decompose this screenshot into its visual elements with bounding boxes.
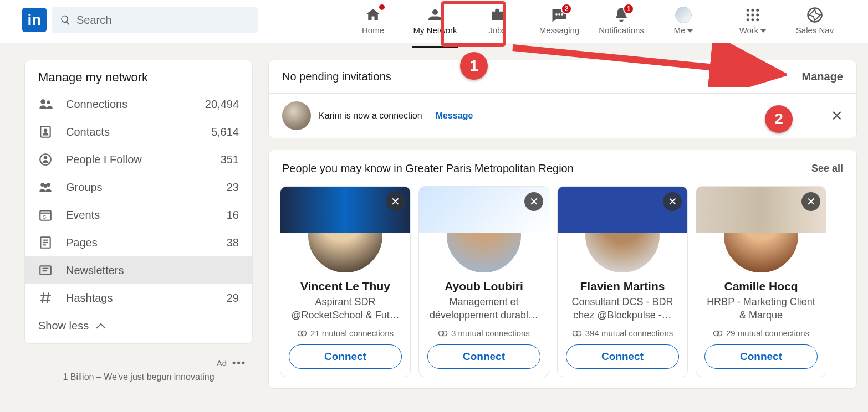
jobs-icon [489,7,506,23]
dismiss-button[interactable]: ✕ [663,192,682,211]
person-card: ✕ Ayoub Loubiri Management et développem… [418,186,549,377]
connect-button[interactable]: Connect [289,344,402,369]
pymk-card: People you may know in Greater Paris Met… [268,150,857,389]
person-card: ✕ Vincent Le Thuy Aspirant SDR @RocketSc… [280,186,411,377]
nav-work[interactable]: Work [722,4,784,44]
nav-messaging[interactable]: 2 Messaging [528,4,590,44]
messaging-badge: 2 [561,3,572,14]
mutual-icon [297,330,307,337]
nav-me[interactable]: Me [652,4,714,44]
search-placeholder: Search [76,14,111,27]
dismiss-button[interactable]: ✕ [801,192,820,211]
chevron-up-icon [96,323,106,332]
chevron-down-icon [687,29,693,33]
svg-point-14 [40,99,45,104]
notifications-badge: 1 [623,3,634,14]
svg-text:5: 5 [43,214,47,220]
svg-point-19 [44,156,48,160]
people-icon [38,97,53,111]
cover-image: ✕ [280,187,410,233]
newsletter-icon [38,263,53,277]
linkedin-logo[interactable]: in [22,8,47,32]
invitations-title: No pending invitations [282,70,391,83]
ad-menu[interactable]: ••• [232,357,246,369]
show-less-toggle[interactable]: Show less [25,312,252,343]
sidebar-item-connections[interactable]: Connections 20,494 [25,90,252,118]
ad-tag: Ad [217,358,227,368]
person-subtitle: HRBP - Marketing Client & Marque [696,293,826,324]
avatar [675,7,692,23]
nav-my-network[interactable]: My Network [404,4,466,44]
sidebar-item-hashtags[interactable]: Hashtags 29 [25,284,252,312]
svg-point-34 [301,331,306,336]
sidebar-item-pages[interactable]: Pages 38 [25,229,252,256]
cover-image: ✕ [419,187,549,233]
sidebar-title: Manage my network [25,60,252,90]
groups-icon [38,180,53,194]
svg-point-4 [752,9,754,12]
mutual-icon [572,330,582,337]
svg-point-17 [44,129,48,133]
mutual-connections: 21 mutual connections [280,328,410,338]
avatar[interactable] [282,101,311,130]
search-icon [60,14,71,25]
mutual-icon [438,330,448,337]
see-all-link[interactable]: See all [811,163,843,174]
person-name[interactable]: Vincent Le Thuy [280,280,410,293]
nav-jobs[interactable]: Jobs [466,4,528,44]
pymk-title: People you may know in Greater Paris Met… [282,162,574,175]
svg-point-9 [747,18,749,21]
svg-point-8 [756,14,759,17]
svg-point-15 [47,101,50,105]
connect-button[interactable]: Connect [427,344,540,369]
connect-button[interactable]: Connect [704,344,818,369]
svg-point-40 [717,331,722,336]
connect-button[interactable]: Connect [566,344,679,369]
calendar-icon: 5 [38,208,53,222]
person-card: ✕ Camille Hocq HRBP - Marketing Client &… [696,186,826,377]
connection-text: Karim is now a connection [319,111,422,121]
person-name[interactable]: Ayoub Loubiri [419,280,549,293]
close-icon[interactable]: ✕ [831,107,843,125]
search-input[interactable]: Search [52,7,258,33]
manage-network-sidebar: Manage my network Connections 20,494 Con… [24,60,253,344]
dismiss-button[interactable]: ✕ [524,192,543,211]
svg-point-7 [752,14,754,17]
ad-block: Ad ••• 1 Billion – We've just begun inno… [24,357,253,382]
ad-text: 1 Billion – We've just begun innovating [24,372,253,382]
home-badge [378,3,386,11]
person-name[interactable]: Flavien Martins [558,280,687,293]
sidebar-item-contacts[interactable]: Contacts 5,614 [25,118,252,146]
nav-sales-nav[interactable]: Sales Nav [784,4,846,44]
nav-home[interactable]: Home [342,4,404,44]
manage-button[interactable]: Manage [802,70,843,83]
mutual-icon [713,330,723,337]
svg-point-5 [756,9,759,12]
top-navbar: in Search Home My Network Jobs [0,0,868,43]
cover-image: ✕ [558,187,687,233]
svg-point-3 [747,9,749,12]
cover-image: ✕ [696,187,826,233]
sidebar-item-events[interactable]: 5 Events 16 [25,201,252,229]
person-subtitle: Aspirant SDR @RocketSchool & Fut… [280,293,410,324]
compass-icon [806,7,823,23]
svg-point-36 [442,331,447,336]
pages-icon [38,235,53,250]
dismiss-button[interactable]: ✕ [386,192,405,211]
svg-point-1 [558,13,560,16]
sidebar-item-newsletters[interactable]: Newsletters [25,256,252,284]
follow-icon [38,152,53,167]
person-subtitle: Consultant DCS - BDR chez @Blockpulse -… [558,293,687,324]
svg-point-22 [44,184,48,188]
nav-notifications[interactable]: 1 Notifications [590,4,652,44]
svg-point-11 [756,18,759,21]
person-subtitle: Management et développement durabl… [419,293,549,324]
sidebar-item-people-i-follow[interactable]: People I Follow 351 [25,146,252,173]
svg-point-0 [555,13,558,16]
sidebar-item-groups[interactable]: Groups 23 [25,173,252,201]
network-icon [427,7,443,23]
message-link[interactable]: Message [436,111,473,121]
mutual-connections: 394 mutual connections [558,328,687,338]
person-name[interactable]: Camille Hocq [696,280,826,293]
grid-icon [744,7,761,23]
